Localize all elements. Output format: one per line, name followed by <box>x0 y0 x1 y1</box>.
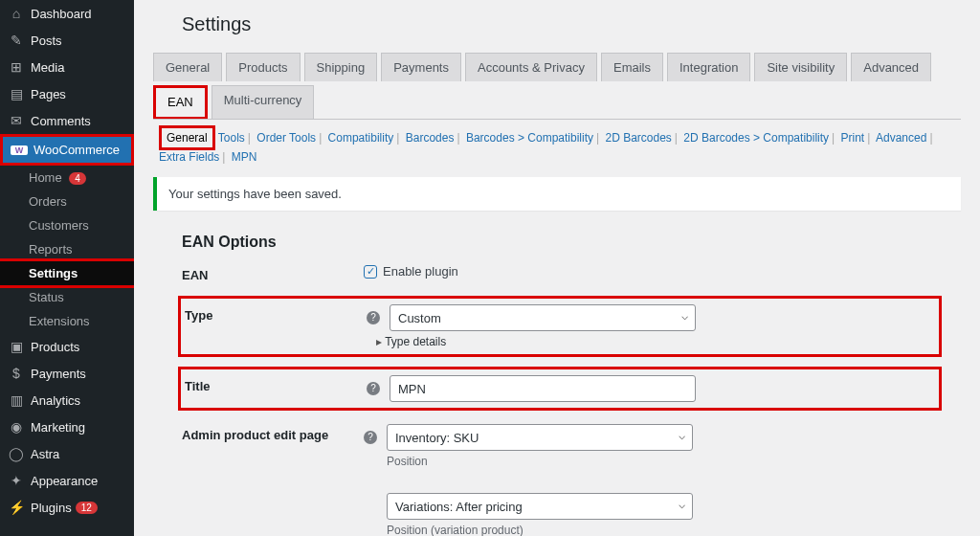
sidebar-sub-customers[interactable]: Customers <box>0 213 134 237</box>
subtab-2d-barcodes[interactable]: 2D Barcodes <box>605 131 671 145</box>
page-title: Settings <box>153 0 961 53</box>
enable-plugin-label: Enable plugin <box>383 264 458 279</box>
sidebar-sub-status[interactable]: Status <box>0 285 134 309</box>
help-icon[interactable]: ? <box>367 382 380 395</box>
sidebar-item-plugins[interactable]: ⚡Plugins 12 <box>0 494 134 521</box>
subtab-general[interactable]: General <box>167 131 208 145</box>
tab-emails[interactable]: Emails <box>601 53 663 81</box>
tab-payments[interactable]: Payments <box>381 53 461 81</box>
tab-integration[interactable]: Integration <box>667 53 750 81</box>
sidebar-item-analytics[interactable]: ▥Analytics <box>0 387 134 413</box>
highlight-subtab-general: General <box>159 125 215 150</box>
sidebar-item-products[interactable]: ▣Products <box>0 333 134 360</box>
help-icon[interactable]: ? <box>364 431 377 444</box>
variation-position-desc: Position (variation product) <box>387 524 961 536</box>
sidebar-sub-home[interactable]: Home 4 <box>0 166 134 190</box>
subtab-order-tools[interactable]: Order Tools <box>256 131 316 145</box>
sidebar-item-pages[interactable]: ▤Pages <box>0 80 134 107</box>
sidebar-sub-settings[interactable]: Settings <box>0 261 134 285</box>
enable-plugin-checkbox[interactable]: ✓ <box>364 265 377 279</box>
admin-edit-label: Admin product edit page <box>182 424 364 442</box>
products-icon: ▣ <box>8 339 25 354</box>
comments-icon: ✉ <box>8 113 25 128</box>
pin-icon: ✎ <box>8 33 25 48</box>
sidebar-sub-extensions[interactable]: Extensions <box>0 309 134 333</box>
tab-accounts[interactable]: Accounts & Privacy <box>465 53 597 81</box>
title-input[interactable] <box>390 375 696 402</box>
sidebar-item-posts[interactable]: ✎Posts <box>0 27 134 54</box>
sidebar-item-marketing[interactable]: ◉Marketing <box>0 413 134 440</box>
row-ean-enable: EAN ✓ Enable plugin <box>182 264 961 282</box>
home-badge: 4 <box>69 172 86 185</box>
tab-advanced[interactable]: Advanced <box>851 53 931 81</box>
analytics-icon: ▥ <box>8 392 25 408</box>
pages-icon: ▤ <box>8 86 25 101</box>
payments-icon: $ <box>8 366 25 381</box>
position-select[interactable]: Inventory: SKU <box>387 424 693 451</box>
type-details-toggle[interactable]: Type details <box>376 335 935 348</box>
subtab-extra-fields[interactable]: Extra Fields <box>159 150 219 164</box>
subtab-barcodes[interactable]: Barcodes <box>406 131 455 145</box>
dashboard-icon: ⌂ <box>8 6 25 21</box>
sidebar-item-woocommerce[interactable]: WWooCommerce <box>3 137 131 163</box>
title-label: Title <box>185 375 367 393</box>
plugins-badge: 12 <box>76 502 98 514</box>
subtab-advanced[interactable]: Advanced <box>876 131 926 145</box>
content-area: Settings General Products Shipping Payme… <box>134 0 980 536</box>
sidebar-sub-orders[interactable]: Orders <box>0 190 134 213</box>
tab-products[interactable]: Products <box>226 53 300 81</box>
tab-general[interactable]: General <box>153 53 222 81</box>
sidebar-item-media[interactable]: ⊞Media <box>0 54 134 80</box>
sidebar-item-comments[interactable]: ✉Comments <box>0 107 134 134</box>
sidebar-sub-reports[interactable]: Reports <box>0 237 134 261</box>
tab-multi-currency[interactable]: Multi-currency <box>212 85 315 119</box>
highlight-type-row: Type ? Custom Type details <box>178 296 942 357</box>
sidebar-item-payments[interactable]: $Payments <box>0 360 134 387</box>
woocommerce-icon: W <box>11 145 28 155</box>
plugins-icon: ⚡ <box>8 500 25 515</box>
media-icon: ⊞ <box>8 59 25 75</box>
appearance-icon: ✦ <box>8 473 25 488</box>
subtab-tools[interactable]: Tools <box>218 131 245 145</box>
settings-top-tabs: General Products Shipping Payments Accou… <box>153 53 961 120</box>
row-variation-position: Variations: After pricing <box>182 493 961 520</box>
highlight-ean-tab: EAN <box>153 85 208 119</box>
type-select[interactable]: Custom <box>390 304 696 331</box>
highlight-title-row: Title ? <box>178 367 942 411</box>
subtab-barcodes-compat[interactable]: Barcodes > Compatibility <box>466 131 593 145</box>
row-admin-edit: Admin product edit page ? Inventory: SKU <box>182 424 961 451</box>
ean-label: EAN <box>182 264 364 282</box>
subtab-mpn[interactable]: MPN <box>232 150 257 164</box>
sidebar-item-appearance[interactable]: ✦Appearance <box>0 467 134 494</box>
astra-icon: ◯ <box>8 446 25 461</box>
type-label: Type <box>185 304 367 323</box>
marketing-icon: ◉ <box>8 419 25 435</box>
variation-position-select[interactable]: Variations: After pricing <box>387 493 693 520</box>
help-icon[interactable]: ? <box>367 311 380 324</box>
admin-sidebar: ⌂Dashboard ✎Posts ⊞Media ▤Pages ✉Comment… <box>0 0 134 536</box>
section-heading: EAN Options <box>153 228 961 264</box>
tab-ean[interactable]: EAN <box>156 88 205 117</box>
position-desc: Position <box>387 455 961 468</box>
ean-subtabs: General Tools| Order Tools| Compatibilit… <box>153 120 961 169</box>
subtab-print[interactable]: Print <box>841 131 865 145</box>
sidebar-item-astra[interactable]: ◯Astra <box>0 440 134 467</box>
tab-site-visibility[interactable]: Site visibility <box>754 53 847 81</box>
sidebar-item-dashboard[interactable]: ⌂Dashboard <box>0 0 134 27</box>
success-notice: Your settings have been saved. <box>153 177 961 211</box>
subtab-compatibility[interactable]: Compatibility <box>328 131 394 145</box>
subtab-2d-barcodes-compat[interactable]: 2D Barcodes > Compatibility <box>683 131 829 145</box>
tab-shipping[interactable]: Shipping <box>304 53 378 81</box>
